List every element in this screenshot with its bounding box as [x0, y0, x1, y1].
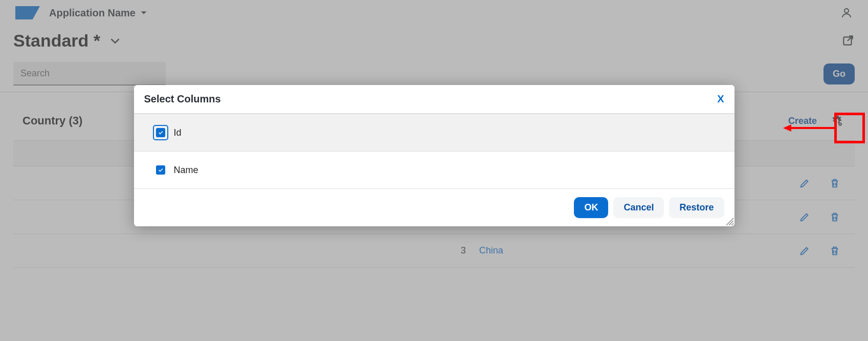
dialog-close-button[interactable]: X	[717, 93, 724, 105]
select-columns-dialog: Select Columns X Id Name OK Cancel Resto…	[134, 85, 735, 226]
dialog-header: Select Columns X	[134, 85, 735, 114]
check-icon	[158, 130, 164, 136]
resize-handle-icon[interactable]	[726, 218, 733, 225]
column-option-label: Name	[174, 165, 198, 176]
check-icon	[158, 167, 164, 173]
dialog-title: Select Columns	[144, 93, 221, 105]
column-option-id[interactable]: Id	[134, 114, 735, 152]
checkbox-id[interactable]	[154, 126, 167, 139]
restore-button[interactable]: Restore	[669, 197, 724, 218]
dialog-body: Id Name	[134, 114, 735, 188]
dialog-footer: OK Cancel Restore	[134, 188, 735, 226]
page-root: Application Name Standard * Go Country (…	[0, 0, 868, 341]
column-option-name[interactable]: Name	[134, 152, 735, 188]
checkbox-name[interactable]	[154, 164, 167, 176]
column-option-label: Id	[174, 127, 182, 138]
ok-button[interactable]: OK	[574, 197, 608, 218]
cancel-button[interactable]: Cancel	[613, 197, 664, 218]
